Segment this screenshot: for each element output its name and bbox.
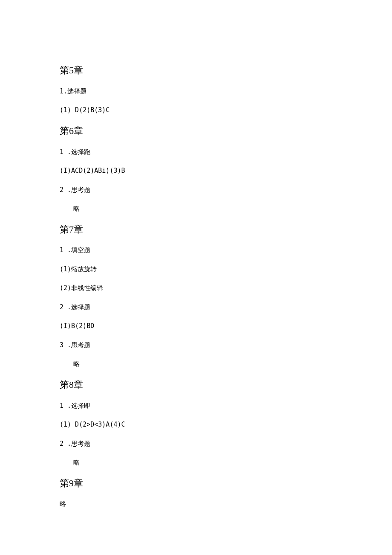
ch8-q1-answer: (1) D(2>D<3)A(4)C [60, 420, 332, 430]
ch7-q3-label: 3 .思考题 [60, 340, 332, 350]
ch5-q1-answer: (1) D(2)B(3)C [60, 105, 332, 115]
chapter-9-heading: 第9章 [60, 477, 332, 490]
ch5-q1-label: 1.选择题 [60, 87, 332, 96]
ch8-q2-answer: 略 [60, 458, 332, 468]
ch6-q2-label: 2 .思考题 [60, 185, 332, 195]
ch7-q3-answer: 略 [60, 359, 332, 369]
ch6-q1-label: 1 .选择跑 [60, 147, 332, 157]
document-page: 第5章 1.选择题 (1) D(2)B(3)C 第6章 1 .选择跑 (I)AC… [0, 0, 392, 535]
ch8-q2-label: 2 .思考题 [60, 439, 332, 449]
ch7-q1-label: 1 .填空题 [60, 245, 332, 255]
ch8-q1-label: 1 .选择即 [60, 401, 332, 411]
ch7-q2-label: 2 .选择题 [60, 302, 332, 312]
ch6-q1-answer: (I)ACD(2)ABi)(3)B [60, 166, 332, 176]
chapter-5-heading: 第5章 [60, 64, 332, 77]
chapter-6-heading: 第6章 [60, 125, 332, 138]
ch7-q2-answer: (I)B(2)BD [60, 321, 332, 331]
ch7-q1-a1: (1)缩放旋转 [60, 264, 332, 274]
chapter-7-heading: 第7章 [60, 223, 332, 236]
ch7-q1-a2: (2)非线性编辑 [60, 283, 332, 293]
chapter-8-heading: 第8章 [60, 378, 332, 392]
ch9-body: 略 [60, 499, 332, 509]
ch6-q2-answer: 略 [60, 204, 332, 214]
